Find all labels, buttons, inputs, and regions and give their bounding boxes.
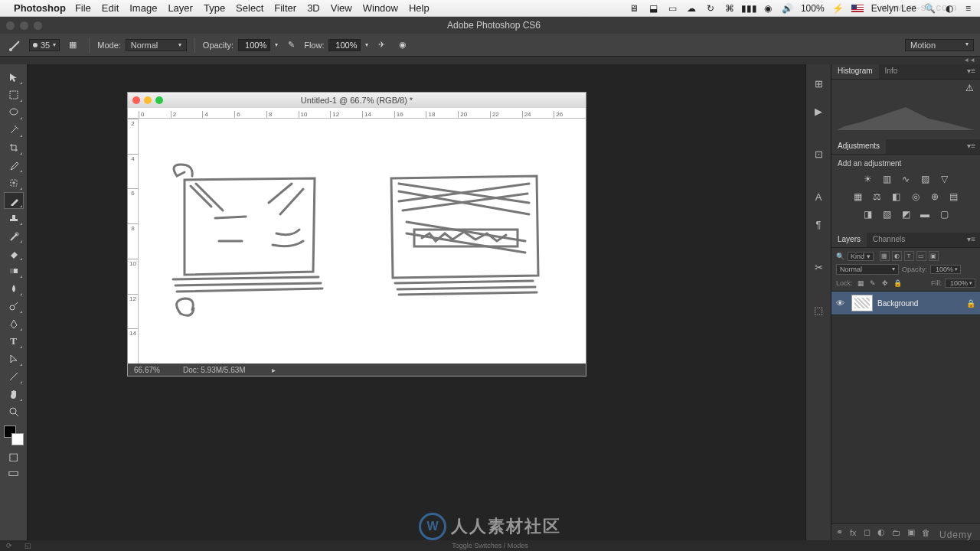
adj-channelmixer-icon[interactable]: ⊕ [928, 190, 942, 204]
dock-histogram-icon[interactable]: ⊞ [810, 75, 827, 92]
dock-character-icon[interactable]: A [810, 188, 827, 205]
dock-paragraph-icon[interactable]: ¶ [810, 216, 827, 233]
stamp-tool[interactable] [4, 210, 24, 227]
airbrush-icon[interactable]: ✈ [373, 37, 390, 54]
adj-exposure-icon[interactable]: ▨ [918, 172, 932, 186]
eraser-tool[interactable] [4, 245, 24, 262]
dock-properties-icon[interactable]: ⊡ [810, 145, 827, 162]
input-flag-icon[interactable] [851, 5, 864, 12]
dropbox-icon[interactable]: ⬓ [648, 2, 659, 14]
bluetooth-icon[interactable]: ⌘ [724, 2, 736, 14]
menu-select[interactable]: Select [236, 2, 263, 14]
tab-channels[interactable]: Channels [867, 233, 911, 247]
link-layers-icon[interactable]: ⚭ [836, 527, 843, 537]
marquee-tool[interactable] [4, 86, 24, 103]
brush-panel-icon[interactable]: ▦ [64, 37, 81, 54]
menu-file[interactable]: File [75, 2, 91, 14]
filter-smart-icon[interactable]: ▣ [929, 251, 939, 261]
adjustment-layer-icon[interactable]: ◐ [877, 527, 885, 537]
warning-icon[interactable]: ⚠ [965, 83, 974, 93]
adj-bw-icon[interactable]: ◧ [890, 190, 903, 204]
pressure-size-icon[interactable]: ◉ [394, 37, 411, 54]
app-name[interactable]: Photoshop [14, 2, 66, 14]
opacity-input[interactable]: 100% [238, 39, 270, 51]
shape-tool[interactable] [4, 368, 24, 385]
menu-layer[interactable]: Layer [168, 2, 193, 14]
filter-type-icon[interactable]: T [904, 251, 914, 261]
layer-name[interactable]: Background [877, 299, 962, 308]
background-color[interactable] [11, 433, 24, 445]
dock-play-icon[interactable]: ▶ [810, 103, 827, 119]
adj-curves-icon[interactable]: ∿ [899, 172, 913, 186]
tab-histogram[interactable]: Histogram [831, 64, 879, 79]
tab-adjustments[interactable]: Adjustments [831, 139, 886, 154]
histogram-menu-icon[interactable]: ▾≡ [962, 64, 980, 79]
minimize-icon[interactable] [144, 96, 152, 104]
wifi-icon[interactable]: ◉ [763, 2, 774, 14]
panel-collapse-bar[interactable]: ◄◄ [0, 57, 980, 64]
blend-mode-select[interactable]: Normal▾ [126, 39, 187, 51]
menu-type[interactable]: Type [204, 2, 225, 14]
document-titlebar[interactable]: Untitled-1 @ 66.7% (RGB/8) * [128, 93, 586, 108]
flow-input[interactable]: 100% [328, 39, 361, 51]
lock-all-icon[interactable]: 🔒 [893, 278, 903, 288]
traffic-lights[interactable] [6, 21, 42, 30]
group-icon[interactable]: 🗀 [892, 528, 900, 537]
menu-window[interactable]: Window [363, 2, 398, 14]
history-brush-tool[interactable] [4, 227, 24, 244]
layer-style-icon[interactable]: fx [850, 528, 857, 537]
menu-filter[interactable]: Filter [274, 2, 296, 14]
healing-tool[interactable] [4, 174, 24, 191]
lasso-tool[interactable] [4, 104, 24, 121]
blur-tool[interactable] [4, 280, 24, 297]
gradient-tool[interactable] [4, 262, 24, 279]
adj-vibrance-icon[interactable]: ▽ [937, 172, 951, 186]
volume-icon[interactable]: 🔊 [782, 2, 793, 14]
adj-selective-icon[interactable]: ▢ [937, 207, 951, 221]
eyedropper-tool[interactable] [4, 157, 24, 174]
adj-photofilter-icon[interactable]: ◎ [909, 190, 923, 204]
cloud-icon[interactable]: ☁ [686, 2, 697, 14]
adj-threshold-icon[interactable]: ◩ [899, 207, 913, 221]
status-arrow-icon[interactable]: ▸ [272, 366, 276, 374]
adj-gradientmap-icon[interactable]: ▬ [918, 207, 932, 221]
visibility-icon[interactable]: 👁 [836, 298, 847, 308]
hand-tool[interactable] [4, 386, 24, 403]
menu-3d[interactable]: 3D [307, 2, 320, 14]
canvas[interactable] [139, 119, 586, 364]
pen-tool[interactable] [4, 315, 24, 332]
battery-icon[interactable]: ▮▮▮ [743, 2, 755, 14]
brush-preset-picker[interactable]: 35▾ [29, 39, 60, 51]
doc-size[interactable]: Doc: 5.93M/5.63M [183, 366, 246, 374]
layer-opacity-input[interactable]: 100%▾ [930, 265, 961, 274]
tab-layers[interactable]: Layers [831, 233, 867, 247]
layer-mask-icon[interactable]: ◻ [864, 527, 871, 537]
path-select-tool[interactable] [4, 350, 24, 367]
tab-info[interactable]: Info [879, 64, 904, 79]
zoom-tool[interactable] [4, 403, 24, 420]
delete-layer-icon[interactable]: 🗑 [922, 528, 930, 537]
dock-scissors-icon[interactable]: ✂ [810, 259, 827, 276]
close-icon[interactable] [132, 96, 140, 104]
lock-pixels-icon[interactable]: ✎ [868, 278, 878, 288]
move-tool[interactable] [4, 69, 24, 86]
opacity-dropdown-icon[interactable]: ▾ [275, 41, 278, 48]
display-icon[interactable]: 🖥 [629, 2, 640, 14]
layer-thumbnail[interactable] [851, 295, 873, 311]
filter-pixel-icon[interactable]: ▦ [880, 251, 890, 261]
adj-brightness-icon[interactable]: ☀ [861, 172, 874, 186]
wand-tool[interactable] [4, 122, 24, 139]
dodge-tool[interactable] [4, 298, 24, 315]
notification-icon[interactable]: ≡ [962, 2, 974, 14]
timemachine-icon[interactable]: ↻ [705, 2, 717, 14]
adj-colorlookup-icon[interactable]: ▤ [947, 190, 961, 204]
filter-adjust-icon[interactable]: ◐ [892, 251, 902, 261]
quickmask-icon[interactable]: ◻ [4, 449, 24, 463]
layers-menu-icon[interactable]: ▾≡ [962, 233, 980, 247]
vertical-ruler[interactable]: 2468101214 [128, 119, 139, 364]
layer-blend-select[interactable]: Normal▾ [836, 264, 899, 275]
screen-icon[interactable]: ▭ [667, 2, 678, 14]
adj-posterize-icon[interactable]: ▧ [880, 207, 893, 221]
menu-edit[interactable]: Edit [102, 2, 119, 14]
color-swatches[interactable] [4, 425, 24, 445]
